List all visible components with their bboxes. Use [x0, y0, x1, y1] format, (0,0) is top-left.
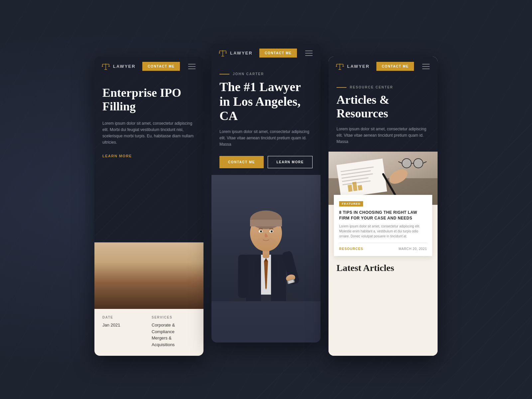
svg-rect-5	[94, 242, 203, 309]
latest-articles-title: Latest Articles	[329, 256, 438, 276]
svg-rect-15	[132, 277, 139, 309]
meta-grid: DATE Jan 2021 SERVICES Corporate & Compl…	[102, 316, 196, 348]
city-image	[94, 242, 203, 309]
contact-btn-right[interactable]: CONTACT ME	[376, 62, 414, 71]
svg-rect-26	[94, 296, 203, 309]
article-title: 8 TIPS IN CHOOSING THE RIGHT LAW FIRM FO…	[339, 210, 427, 221]
date-value: Jan 2021	[102, 322, 146, 329]
hero-section: JOHN CARTER The #1 Lawyer in Los Angeles…	[211, 63, 321, 175]
svg-point-52	[260, 230, 262, 232]
svg-rect-21	[171, 276, 178, 309]
card-center-hero: LAWYER CONTACT ME JOHN CARTER The #1 Law…	[211, 43, 321, 342]
scales-icon-right	[335, 63, 344, 70]
svg-rect-19	[158, 279, 164, 309]
services-column: SERVICES Corporate & Compliance Mergers …	[152, 316, 196, 348]
svg-rect-22	[179, 274, 183, 309]
svg-rect-16	[140, 271, 145, 309]
resources-hero: RESOURCE CENTER Articles & Resources Lor…	[329, 76, 438, 152]
resources-title: Articles & Resources	[336, 93, 430, 121]
svg-rect-17	[146, 276, 152, 309]
subtitle-line	[219, 74, 229, 74]
card-right-resources: LAWYER CONTACT ME RESOURCE CENTER Articl…	[329, 57, 438, 356]
hero-title: The #1 Lawyer in Los Angeles, CA	[219, 80, 313, 123]
resource-subtitle-line	[336, 87, 346, 88]
scales-icon-center	[218, 50, 227, 57]
resources-content: FEATURED 8 TIPS IN CHOOSING THE RIGHT LA…	[329, 152, 438, 356]
logo-text-left: LAWYER	[113, 64, 136, 69]
svg-rect-23	[184, 281, 190, 309]
svg-rect-27	[94, 302, 203, 309]
case-study-meta: DATE Jan 2021 SERVICES Corporate & Compl…	[94, 309, 203, 356]
svg-rect-12	[122, 261, 124, 263]
scales-icon-left	[101, 63, 110, 70]
article-meta: RESOURCES MARCH 20, 2021	[339, 247, 427, 251]
date-column: DATE Jan 2021	[102, 316, 146, 348]
hamburger-left[interactable]	[187, 63, 197, 70]
svg-rect-20	[165, 269, 170, 309]
svg-rect-43	[238, 255, 248, 298]
article-excerpt: Lorem ipsum dolor sit amet, consectetur …	[339, 224, 427, 243]
navbar-right: LAWYER CONTACT ME	[329, 57, 438, 76]
svg-rect-49	[250, 220, 282, 226]
date-label: DATE	[102, 316, 146, 319]
logo-left: LAWYER	[101, 63, 136, 70]
service-1: Corporate & Compliance	[152, 323, 175, 334]
resources-body: Lorem ipsum dolor sit amet, consectetur …	[336, 126, 430, 145]
resource-subtitle-text: RESOURCE CENTER	[350, 85, 393, 89]
svg-rect-83	[358, 185, 362, 191]
svg-rect-11	[122, 262, 124, 271]
svg-rect-10	[122, 269, 124, 309]
resource-subtitle-label: RESOURCE CENTER	[336, 85, 430, 89]
article-category: RESOURCES	[339, 247, 363, 251]
svg-rect-42	[271, 255, 286, 301]
services-label: SERVICES	[152, 316, 196, 319]
svg-point-54	[256, 237, 276, 245]
city-image-section	[94, 242, 203, 309]
svg-rect-18	[153, 272, 158, 309]
hero-buttons: CONTACT ME LEARN MORE	[219, 156, 313, 168]
hamburger-right[interactable]	[421, 63, 431, 70]
navbar-center: LAWYER CONTACT ME	[211, 43, 321, 63]
service-2: Mergers & Acquisitions	[152, 335, 175, 347]
navbar-left: LAWYER CONTACT ME	[94, 57, 203, 76]
hero-body: Lorem ipsum dolor sit amet, consectetur …	[219, 129, 313, 148]
contact-btn-left[interactable]: CONTACT ME	[142, 62, 180, 71]
subtitle-text: JOHN CARTER	[233, 72, 264, 76]
subtitle-label: JOHN CARTER	[219, 72, 313, 76]
svg-rect-41	[246, 255, 261, 301]
svg-rect-6	[98, 282, 104, 309]
svg-rect-7	[104, 276, 109, 309]
contact-btn-hero[interactable]: CONTACT ME	[219, 156, 264, 168]
lawyer-photo	[211, 175, 321, 342]
logo-text-right: LAWYER	[347, 64, 370, 69]
case-study-title: Enterprise IPO Filling	[102, 86, 196, 114]
svg-rect-9	[117, 272, 121, 309]
logo-center: LAWYER	[218, 50, 253, 57]
svg-point-53	[271, 230, 273, 232]
hamburger-center[interactable]	[304, 49, 314, 57]
case-study-hero: Enterprise IPO Filling Lorem ipsum dolor…	[94, 76, 203, 242]
learn-more-btn-hero[interactable]: LEARN MORE	[268, 156, 313, 168]
svg-point-80	[414, 159, 423, 168]
contact-btn-center[interactable]: CONTACT ME	[259, 49, 297, 58]
featured-badge: FEATURED	[339, 201, 363, 206]
svg-rect-14	[125, 274, 131, 309]
services-value: Corporate & Compliance Mergers & Acquisi…	[152, 322, 196, 348]
learn-more-link-left[interactable]: LEARN MORE	[102, 154, 132, 158]
case-study-body: Lorem ipsum dolor sit amet, consectetur …	[102, 120, 196, 146]
svg-rect-24	[191, 277, 196, 309]
svg-point-79	[402, 159, 411, 168]
featured-article-card: FEATURED 8 TIPS IN CHOOSING THE RIGHT LA…	[334, 195, 432, 256]
svg-rect-13	[122, 256, 124, 262]
logo-text-center: LAWYER	[230, 51, 253, 56]
article-date: MARCH 20, 2021	[399, 247, 427, 251]
card-left-case-study: LAWYER CONTACT ME Enterprise IPO Filling…	[94, 57, 203, 356]
svg-rect-25	[197, 272, 203, 309]
svg-rect-8	[110, 279, 116, 309]
logo-right: LAWYER	[335, 63, 370, 70]
